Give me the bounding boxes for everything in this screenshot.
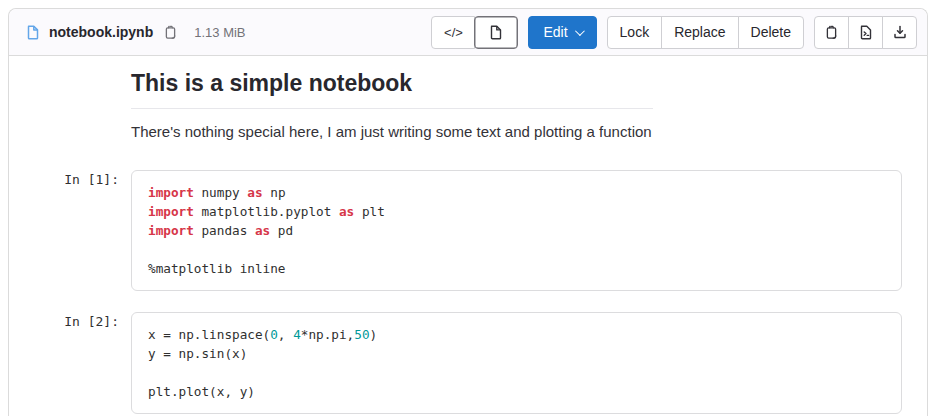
- file-document-icon: [25, 24, 41, 40]
- replace-button[interactable]: Replace: [661, 16, 738, 49]
- file-header: notebook.ipynb 1.13 MiB </>: [9, 9, 927, 56]
- lock-button[interactable]: Lock: [607, 16, 663, 49]
- copy-to-clipboard-icon: [163, 25, 178, 40]
- edit-dropdown-button[interactable]: Edit: [528, 16, 596, 49]
- notebook-paragraph: There's nothing special here, I am just …: [131, 123, 902, 140]
- notebook-content: This is a simple notebook There's nothin…: [9, 56, 927, 416]
- notebook-heading: This is a simple notebook: [131, 70, 653, 109]
- code-line: [148, 363, 885, 382]
- open-raw-icon: [858, 24, 874, 40]
- code-line: [148, 240, 885, 259]
- open-raw-button[interactable]: [848, 16, 883, 49]
- file-icon-buttons: [814, 16, 917, 49]
- code-cell-content: x = np.linspace(0, 4*np.pi,50)y = np.sin…: [131, 312, 902, 414]
- code-line: import pandas as pd: [148, 221, 885, 240]
- code-line: x = np.linspace(0, 4*np.pi,50): [148, 325, 885, 344]
- delete-button[interactable]: Delete: [738, 16, 804, 49]
- cell-prompt: In [1]:: [25, 170, 131, 189]
- code-line: %matplotlib inline: [148, 259, 885, 278]
- file-actions: </> Edit Lock Replace Delete: [431, 16, 917, 49]
- code-line: plt.plot(x, y): [148, 382, 885, 401]
- code-block: import numpy as npimport matplotlib.pypl…: [131, 170, 902, 291]
- view-source-button[interactable]: </>: [431, 16, 475, 49]
- code-block: x = np.linspace(0, 4*np.pi,50)y = np.sin…: [131, 312, 902, 414]
- copy-file-path-button[interactable]: [161, 23, 180, 42]
- code-cell: In [2]:x = np.linspace(0, 4*np.pi,50)y =…: [25, 312, 902, 414]
- file-viewer-panel: notebook.ipynb 1.13 MiB </>: [8, 8, 928, 416]
- markdown-cell: This is a simple notebook There's nothin…: [25, 70, 902, 140]
- document-icon: [488, 24, 504, 40]
- markdown-content: This is a simple notebook There's nothin…: [131, 70, 902, 140]
- code-line: y = np.sin(x): [148, 344, 885, 363]
- code-cell: In [1]:import numpy as npimport matplotl…: [25, 170, 902, 291]
- download-button[interactable]: [882, 16, 917, 49]
- copy-file-contents-button[interactable]: [814, 16, 849, 49]
- code-line: import numpy as np: [148, 183, 885, 202]
- code-line: import matplotlib.pyplot as plt: [148, 202, 885, 221]
- chevron-down-icon: [575, 26, 585, 36]
- view-toggle: </>: [431, 16, 518, 49]
- download-icon: [892, 24, 908, 40]
- copy-file-contents-icon: [824, 25, 839, 40]
- cell-prompt: In [2]:: [25, 312, 131, 331]
- file-info: notebook.ipynb 1.13 MiB: [25, 23, 246, 42]
- code-cells: In [1]:import numpy as npimport matplotl…: [25, 170, 902, 414]
- code-cell-content: import numpy as npimport matplotlib.pypl…: [131, 170, 902, 291]
- file-action-buttons: Lock Replace Delete: [607, 16, 804, 49]
- file-name: notebook.ipynb: [49, 24, 153, 40]
- file-size: 1.13 MiB: [194, 25, 245, 40]
- edit-button-label: Edit: [543, 24, 567, 40]
- view-rendered-button[interactable]: [474, 16, 518, 49]
